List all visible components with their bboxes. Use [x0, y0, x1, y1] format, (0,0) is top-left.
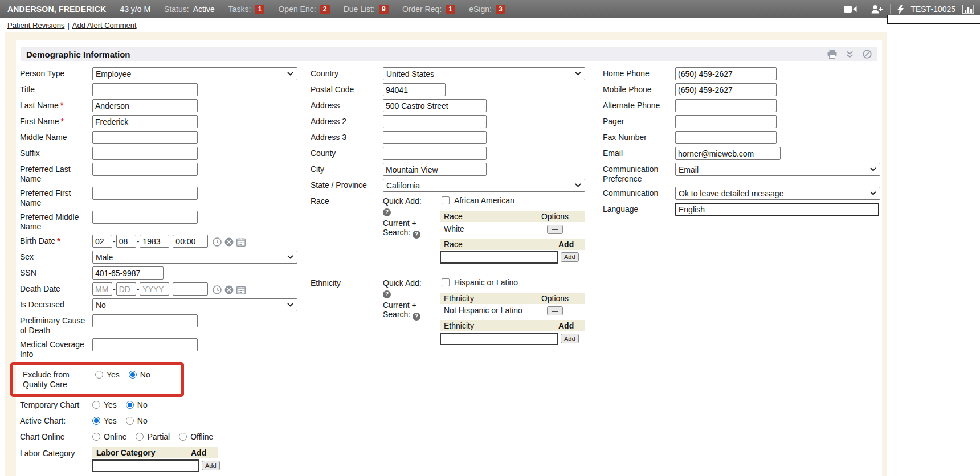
- death-time-field[interactable]: [173, 282, 208, 296]
- birth-day-field[interactable]: [116, 235, 136, 248]
- clock-icon[interactable]: [213, 285, 222, 294]
- active-chart-yes-radio[interactable]: [92, 417, 100, 425]
- birth-date-label: Birth Date: [20, 236, 55, 245]
- alternate-phone-field[interactable]: [675, 99, 777, 112]
- preferred-first-name-field[interactable]: [92, 187, 198, 200]
- temporary-chart-yes-radio[interactable]: [92, 401, 100, 409]
- date-dash: [137, 285, 140, 294]
- bar-chart-icon[interactable]: [962, 5, 974, 14]
- country-select[interactable]: United States: [383, 67, 585, 80]
- ethnicity-remove-button[interactable]: —: [547, 306, 563, 315]
- tasks-badge[interactable]: 1: [255, 5, 264, 14]
- order-req-badge[interactable]: 1: [446, 5, 455, 14]
- last-name-field[interactable]: [92, 99, 198, 112]
- labor-category-input[interactable]: [92, 459, 199, 472]
- title-field[interactable]: [92, 83, 198, 96]
- clear-date-icon[interactable]: [224, 237, 234, 247]
- sex-value: Male: [96, 253, 284, 262]
- mobile-phone-field[interactable]: [675, 83, 777, 96]
- chart-online-partial-radio[interactable]: [136, 433, 144, 441]
- help-icon[interactable]: [383, 290, 391, 298]
- void-icon[interactable]: [863, 50, 872, 59]
- is-deceased-select[interactable]: No: [92, 298, 297, 311]
- race-add-input[interactable]: [440, 251, 558, 264]
- esign-badge[interactable]: 3: [496, 5, 505, 14]
- exclude-quality-yes-radio[interactable]: [95, 371, 103, 379]
- person-type-select[interactable]: Employee: [92, 67, 297, 80]
- home-phone-row: Home Phone: [603, 67, 888, 80]
- death-year-field[interactable]: [140, 282, 169, 296]
- temporary-chart-no-radio[interactable]: [126, 401, 134, 409]
- person-add-icon[interactable]: [871, 5, 883, 14]
- due-list-badge[interactable]: 9: [379, 5, 389, 14]
- toolbar-divider: [864, 4, 864, 14]
- active-chart-no-radio[interactable]: [126, 417, 134, 425]
- address2-field[interactable]: [383, 115, 487, 128]
- middle-name-field[interactable]: [92, 131, 198, 144]
- preferred-middle-name-field[interactable]: [92, 211, 198, 224]
- pager-field[interactable]: [675, 115, 777, 128]
- preferred-last-name-field[interactable]: [92, 163, 198, 176]
- status-label: Status:: [164, 5, 189, 14]
- death-month-field[interactable]: [92, 282, 112, 296]
- home-phone-field[interactable]: [675, 67, 777, 80]
- required-asterisk: *: [60, 117, 63, 126]
- first-name-field[interactable]: [92, 115, 198, 128]
- medical-coverage-field[interactable]: [92, 338, 198, 351]
- communication-select[interactable]: Ok to leave detailed message: [675, 187, 880, 200]
- lightning-bolt-icon[interactable]: [897, 5, 904, 14]
- race-table-row: White —: [440, 222, 585, 236]
- print-icon[interactable]: [827, 50, 837, 59]
- county-field[interactable]: [383, 147, 487, 160]
- ethnicity-add-input[interactable]: [440, 333, 558, 345]
- address3-field[interactable]: [383, 131, 487, 144]
- is-deceased-label: Is Deceased: [20, 298, 92, 310]
- sex-label: Sex: [20, 251, 92, 262]
- address-field[interactable]: [383, 99, 487, 112]
- help-icon[interactable]: [413, 313, 420, 321]
- add-alert-comment-link[interactable]: Add Alert Comment: [72, 21, 137, 30]
- birth-time-field[interactable]: [173, 235, 208, 248]
- birth-month-field[interactable]: [92, 235, 112, 248]
- death-day-field[interactable]: [116, 282, 136, 296]
- hispanic-latino-checkbox[interactable]: [442, 278, 450, 286]
- chart-online-offline-radio[interactable]: [179, 433, 187, 441]
- help-icon[interactable]: [383, 208, 391, 216]
- email-field[interactable]: [675, 147, 781, 160]
- ssn-field[interactable]: [92, 266, 164, 280]
- calendar-icon[interactable]: [236, 238, 246, 247]
- open-enc-badge[interactable]: 2: [320, 5, 330, 14]
- exclude-quality-no-radio[interactable]: [129, 371, 137, 379]
- race-add-button[interactable]: Add: [561, 252, 579, 262]
- language-field[interactable]: [675, 203, 879, 216]
- labor-add-button[interactable]: Add: [202, 461, 220, 470]
- chart-online-online-radio[interactable]: [92, 433, 100, 441]
- race-current-table: Race Options White — Race Add Add: [440, 211, 585, 264]
- sex-select[interactable]: Male: [92, 251, 297, 264]
- african-american-checkbox[interactable]: [442, 196, 450, 204]
- country-row: Country United States: [311, 67, 600, 80]
- exclude-quality-label: Exclude from Quality Care: [23, 368, 95, 389]
- active-chart-row: Active Chart: Yes No: [20, 415, 306, 428]
- help-icon[interactable]: [413, 231, 420, 239]
- race-remove-button[interactable]: —: [547, 225, 563, 234]
- patient-revisions-link[interactable]: Patient Revisions: [7, 21, 64, 30]
- preliminary-cause-field[interactable]: [92, 314, 198, 327]
- calendar-icon[interactable]: [236, 286, 246, 294]
- chevron-down-icon: [870, 167, 876, 171]
- chart-online-label: Chart Online: [20, 430, 92, 442]
- collapse-icon[interactable]: [846, 51, 854, 58]
- suffix-field[interactable]: [92, 147, 198, 160]
- postal-code-field[interactable]: [383, 83, 446, 96]
- city-field[interactable]: [383, 163, 487, 176]
- clock-icon[interactable]: [213, 237, 222, 247]
- communication-preference-select[interactable]: Email: [675, 163, 880, 176]
- date-dash: [137, 237, 140, 246]
- contact-column: Home Phone Mobile Phone Alternate Phone …: [603, 67, 888, 219]
- ethnicity-add-button[interactable]: Add: [561, 334, 579, 343]
- clear-date-icon[interactable]: [224, 285, 234, 294]
- video-camera-icon[interactable]: [844, 5, 857, 13]
- birth-year-field[interactable]: [140, 235, 169, 248]
- state-select[interactable]: California: [383, 179, 585, 192]
- fax-number-field[interactable]: [675, 131, 777, 144]
